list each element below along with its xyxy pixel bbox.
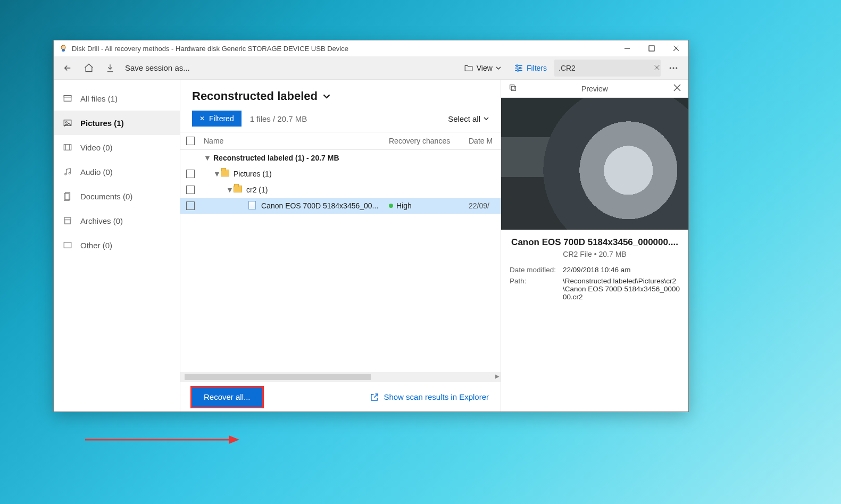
- minimize-button[interactable]: [615, 40, 639, 56]
- row-checkbox[interactable]: [186, 170, 195, 178]
- preview-file-name: Canon EOS 700D 5184x3456_000000....: [510, 237, 680, 248]
- sidebar-item-label: Documents (0): [80, 192, 132, 201]
- documents-icon: [62, 191, 73, 201]
- app-icon: [59, 44, 68, 53]
- file-icon: [248, 201, 259, 211]
- col-name[interactable]: Name: [201, 137, 389, 145]
- filters-label: Filters: [527, 64, 547, 72]
- collapse-icon[interactable]: ▼: [210, 170, 221, 178]
- scrollbar-thumb[interactable]: [185, 374, 371, 380]
- row-checkbox[interactable]: [186, 186, 195, 194]
- svg-point-9: [516, 65, 518, 66]
- sidebar-item-pictures[interactable]: Pictures (1): [54, 111, 180, 135]
- meta-path-value: \Reconstructed labeled\Pictures\cr2\Cano…: [563, 277, 680, 301]
- filter-chip[interactable]: ✕ Filtered: [192, 111, 242, 127]
- svg-rect-30: [64, 217, 71, 220]
- chevron-down-icon: [484, 116, 489, 121]
- select-all-label: Select all: [448, 114, 480, 123]
- app-window: Disk Drill - All recovery methods - Hard…: [53, 40, 689, 412]
- folder-row[interactable]: ▼ cr2 (1): [180, 182, 501, 198]
- select-all-button[interactable]: Select all: [448, 114, 489, 123]
- view-label: View: [477, 64, 493, 72]
- svg-rect-32: [64, 242, 71, 248]
- folder-name: Pictures (1): [231, 170, 389, 178]
- svg-rect-1: [62, 49, 65, 52]
- close-icon: ✕: [199, 115, 205, 122]
- window-title: Disk Drill - All recovery methods - Hard…: [72, 45, 348, 53]
- sidebar-item-other[interactable]: Other (0): [54, 233, 180, 257]
- col-date-modified[interactable]: Date M: [469, 137, 501, 145]
- annotation-arrow: [85, 432, 239, 448]
- filters-button[interactable]: Filters: [509, 58, 552, 78]
- file-row[interactable]: Canon EOS 700D 5184x3456_00... High 22/0…: [180, 198, 501, 214]
- recover-all-button[interactable]: Recover all...: [192, 388, 262, 407]
- video-icon: [62, 142, 73, 152]
- scroll-right-icon[interactable]: ▶: [495, 373, 499, 379]
- maximize-button[interactable]: [639, 40, 664, 56]
- sidebar-item-label: Pictures (1): [80, 119, 124, 128]
- row-checkbox[interactable]: [186, 201, 195, 210]
- svg-rect-31: [65, 220, 71, 224]
- save-session-label[interactable]: Save session as...: [125, 63, 190, 72]
- file-tree: ▼ Reconstructed labeled (1) - 20.7 MB ▼ …: [180, 150, 501, 372]
- sidebar-item-all-files[interactable]: All files (1): [54, 86, 180, 111]
- main-title[interactable]: Reconstructed labeled: [192, 89, 489, 103]
- show-in-explorer-label: Show scan results in Explorer: [384, 392, 489, 401]
- save-session-icon[interactable]: [101, 58, 120, 78]
- sidebar-item-label: Other (0): [80, 241, 112, 250]
- archives-icon: [62, 216, 73, 225]
- external-link-icon: [370, 392, 379, 402]
- sidebar-item-audio[interactable]: Audio (0): [54, 159, 180, 184]
- sidebar-item-label: Archives (0): [80, 216, 123, 225]
- home-button[interactable]: [79, 58, 98, 78]
- group-row[interactable]: ▼ Reconstructed labeled (1) - 20.7 MB: [180, 150, 501, 166]
- svg-rect-23: [64, 145, 71, 150]
- svg-marker-38: [229, 435, 239, 444]
- date-value: 22/09/: [469, 201, 501, 210]
- clear-search-icon[interactable]: [652, 64, 662, 72]
- sidebar: All files (1) Pictures (1) Video (0) Aud…: [54, 80, 180, 411]
- show-in-explorer-link[interactable]: Show scan results in Explorer: [370, 392, 489, 402]
- view-button[interactable]: View: [459, 58, 506, 78]
- main-title-text: Reconstructed labeled: [192, 89, 318, 103]
- select-all-checkbox[interactable]: [186, 137, 195, 145]
- svg-point-16: [670, 67, 671, 69]
- svg-point-11: [517, 70, 519, 71]
- col-recovery-chances[interactable]: Recovery chances: [389, 137, 469, 145]
- preview-image: [501, 98, 688, 230]
- folder-row[interactable]: ▼ Pictures (1): [180, 166, 501, 182]
- svg-rect-3: [649, 46, 654, 51]
- more-button[interactable]: [663, 63, 684, 73]
- back-button[interactable]: [58, 58, 77, 78]
- svg-point-27: [69, 173, 70, 174]
- meta-date-value: 22/09/2018 10:46 am: [563, 266, 680, 274]
- recovery-chances-value: High: [396, 201, 412, 210]
- sidebar-item-archives[interactable]: Archives (0): [54, 208, 180, 233]
- sidebar-item-video[interactable]: Video (0): [54, 135, 180, 159]
- search-box[interactable]: [554, 60, 661, 77]
- collapse-icon[interactable]: ▼: [223, 186, 234, 194]
- preview-panel: Preview Canon EOS 700D 5184x3456_000000.…: [501, 80, 688, 411]
- svg-point-17: [673, 67, 675, 69]
- preview-title: Preview: [501, 85, 688, 93]
- sidebar-item-documents[interactable]: Documents (0): [54, 184, 180, 208]
- main-panel: Reconstructed labeled ✕ Filtered 1 files…: [180, 80, 501, 411]
- folder-icon: [464, 63, 473, 73]
- meta-path-label: Path:: [510, 277, 563, 301]
- svg-point-0: [61, 45, 65, 49]
- other-icon: [62, 240, 73, 250]
- close-button[interactable]: [664, 40, 688, 56]
- filter-chip-label: Filtered: [209, 114, 234, 123]
- sidebar-item-label: Video (0): [80, 143, 113, 152]
- svg-point-26: [65, 173, 66, 175]
- meta-date-label: Date modified:: [510, 266, 563, 274]
- titlebar: Disk Drill - All recovery methods - Hard…: [54, 40, 688, 56]
- svg-rect-20: [64, 96, 71, 97]
- sliders-icon: [514, 63, 523, 73]
- search-input[interactable]: [559, 64, 652, 72]
- chevron-down-icon: [496, 65, 501, 71]
- preview-subtitle: CR2 File • 20.7 MB: [510, 250, 680, 258]
- folder-icon: [234, 186, 244, 194]
- horizontal-scrollbar[interactable]: ▶: [180, 372, 501, 382]
- collapse-icon[interactable]: ▼: [201, 154, 211, 162]
